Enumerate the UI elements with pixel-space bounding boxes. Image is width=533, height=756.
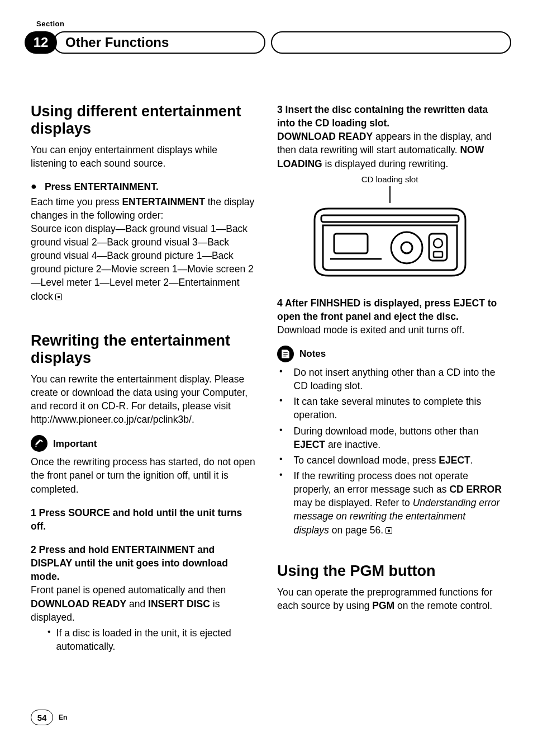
step3-heading: 3 Insert the disc containing the rewritt… <box>277 103 502 130</box>
section-title: Other Functions <box>53 31 265 54</box>
figure-caption: CD loading slot <box>309 174 471 186</box>
step1-heading: 1 Press SOURCE and hold until the unit t… <box>31 506 256 533</box>
note-1: Do not insert anything other than a CD i… <box>288 366 502 393</box>
header: 12 Other Functions <box>31 29 502 58</box>
note-5: If the rewriting process does not operat… <box>288 469 502 537</box>
notes-list: •Do not insert anything other than a CD … <box>277 366 502 537</box>
intro-text: You can enjoy entertainment displays whi… <box>31 143 256 170</box>
step2-subbullet-text: If a disc is loaded in the unit, it is e… <box>56 626 256 653</box>
step3-body: DOWNLOAD READY appears in the display, a… <box>277 130 502 170</box>
heading-pgm: Using the PGM button <box>277 563 502 580</box>
step2-body: Front panel is opened automatically and … <box>31 583 256 623</box>
left-column: Using different entertainment displays Y… <box>31 103 256 653</box>
step4-heading: 4 After FINHSHED is displayed, press EJE… <box>277 296 502 323</box>
section-number-badge: 12 <box>25 31 57 54</box>
important-text: Once the rewriting process has started, … <box>31 455 256 495</box>
end-mark-icon <box>55 294 62 300</box>
svg-rect-3 <box>334 234 368 253</box>
order-list: Source icon display—Back ground visual 1… <box>31 222 256 303</box>
figure-pointer <box>389 186 391 203</box>
step2-subbullet: • If a disc is loaded in the unit, it is… <box>47 626 256 653</box>
page-footer: 54 En <box>31 710 67 725</box>
notes-icon <box>277 346 294 362</box>
heading-using-different: Using different entertainment displays <box>31 103 256 138</box>
press-entertainment-row: ● Press ENTERTAINMENT. <box>31 180 256 193</box>
svg-point-2 <box>401 242 412 253</box>
svg-rect-6 <box>434 252 442 257</box>
page-number: 54 <box>31 710 53 725</box>
note-4: To cancel download mode, press EJECT. <box>288 453 502 467</box>
important-label: Important <box>53 437 97 450</box>
header-pill-right <box>271 31 511 54</box>
note-3: During download mode, buttons other than… <box>288 424 502 451</box>
end-mark-icon <box>386 527 392 534</box>
each-time-text: Each time you press ENTERTAINMENT the di… <box>31 195 256 222</box>
svg-point-5 <box>434 239 442 248</box>
device-illustration <box>309 203 471 281</box>
bullet-icon: ● <box>31 180 37 193</box>
cd-slot-figure: CD loading slot <box>309 174 471 285</box>
bullet-icon: • <box>47 626 51 653</box>
important-icon <box>31 435 47 452</box>
step2-heading: 2 Press and hold ENTERTAINMENT and DISPL… <box>31 543 256 583</box>
pgm-body: You can operate the preprogrammed functi… <box>277 585 502 612</box>
notes-label: Notes <box>299 347 326 360</box>
right-column: 3 Insert the disc containing the rewritt… <box>277 103 502 653</box>
rewriting-intro: You can rewrite the entertainment displa… <box>31 372 256 413</box>
press-entertainment-label: Press ENTERTAINMENT. <box>45 180 159 193</box>
note-2: It can take several minutes to complete … <box>288 395 502 422</box>
language-code: En <box>59 714 67 721</box>
step4-body: Download mode is exited and unit turns o… <box>277 323 502 337</box>
svg-rect-0 <box>321 215 459 222</box>
heading-rewriting: Rewriting the entertainment displays <box>31 332 256 367</box>
section-label: Section <box>36 20 502 28</box>
rewriting-url: http://www.pioneer.co.jp/car/pclink3b/. <box>31 413 256 426</box>
